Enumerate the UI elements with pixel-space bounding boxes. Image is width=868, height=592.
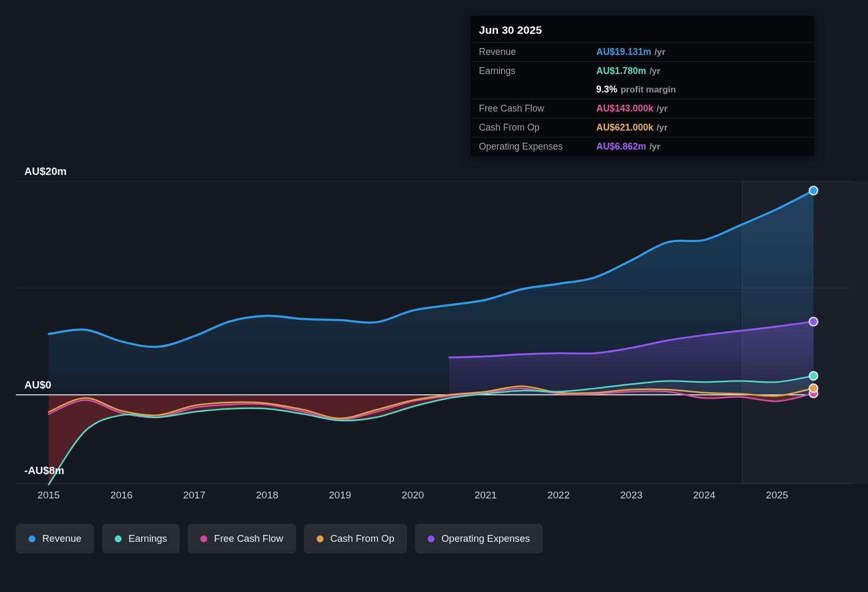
- legend-label: Free Cash Flow: [214, 533, 283, 544]
- tooltip-label-revenue: Revenue: [479, 47, 596, 58]
- y-axis-label: -AU$8m: [24, 465, 64, 477]
- x-axis-label-2016: 2016: [100, 489, 143, 501]
- chart-tooltip: Jun 30 2025 Revenue AU$19.131m/yr Earnin…: [470, 16, 814, 156]
- legend-item-earnings[interactable]: Earnings: [102, 524, 180, 553]
- x-axis-label-2025: 2025: [756, 489, 798, 501]
- tooltip-row-earnings: Earnings AU$1.780m/yr: [470, 61, 814, 80]
- tooltip-row-free-cash-flow: Free Cash Flow AU$143.000k/yr: [470, 99, 814, 118]
- legend-dot: [200, 535, 207, 542]
- x-axis-label-2024: 2024: [683, 489, 725, 501]
- y-axis-label: AU$0: [24, 379, 51, 391]
- legend-item-cash-from-op[interactable]: Cash From Op: [304, 524, 407, 553]
- tooltip-value-operating-expenses: AU$6.862m/yr: [596, 141, 806, 152]
- x-axis-label-2019: 2019: [319, 489, 361, 501]
- x-axis-label-2023: 2023: [610, 489, 652, 501]
- tooltip-row-revenue: Revenue AU$19.131m/yr: [470, 42, 814, 61]
- legend-dot: [115, 535, 122, 542]
- tooltip-value-profit-margin: 9.3%profit margin: [596, 84, 806, 95]
- legend: RevenueEarningsFree Cash FlowCash From O…: [16, 524, 543, 553]
- tooltip-row-profit-margin: 9.3%profit margin: [470, 80, 814, 99]
- tooltip-value-free-cash-flow: AU$143.000k/yr: [596, 103, 806, 114]
- tooltip-date: Jun 30 2025: [470, 16, 814, 42]
- x-axis-label-2018: 2018: [246, 489, 288, 501]
- legend-dot: [317, 535, 324, 542]
- x-axis-label-2022: 2022: [538, 489, 580, 501]
- legend-item-revenue[interactable]: Revenue: [16, 524, 94, 553]
- tooltip-value-revenue: AU$19.131m/yr: [596, 47, 806, 58]
- legend-label: Revenue: [42, 533, 81, 544]
- tooltip-row-operating-expenses: Operating Expenses AU$6.862m/yr: [470, 137, 814, 156]
- tooltip-value-cash-from-op: AU$621.000k/yr: [596, 122, 806, 133]
- tooltip-label-free-cash-flow: Free Cash Flow: [479, 103, 596, 114]
- legend-item-operating-expenses[interactable]: Operating Expenses: [415, 524, 543, 553]
- tooltip-label-cash-from-op: Cash From Op: [479, 122, 596, 133]
- legend-item-free-cash-flow[interactable]: Free Cash Flow: [188, 524, 296, 553]
- x-axis-label-2020: 2020: [392, 489, 434, 501]
- x-axis-label-2021: 2021: [465, 489, 507, 501]
- legend-dot: [29, 535, 35, 542]
- tooltip-value-earnings: AU$1.780m/yr: [596, 66, 806, 77]
- x-axis-label-2017: 2017: [173, 489, 216, 501]
- chart-page: AU$20mAU$0-AU$8m 20152016201720182019202…: [0, 0, 868, 592]
- tooltip-label-operating-expenses: Operating Expenses: [479, 141, 596, 152]
- y-axis-label: AU$20m: [24, 165, 67, 178]
- x-axis-label-2015: 2015: [27, 489, 70, 501]
- tooltip-row-cash-from-op: Cash From Op AU$621.000k/yr: [470, 118, 814, 137]
- legend-dot: [428, 535, 435, 542]
- legend-label: Operating Expenses: [441, 533, 530, 544]
- legend-label: Cash From Op: [330, 533, 394, 544]
- legend-label: Earnings: [128, 533, 167, 544]
- tooltip-label-earnings: Earnings: [479, 66, 596, 77]
